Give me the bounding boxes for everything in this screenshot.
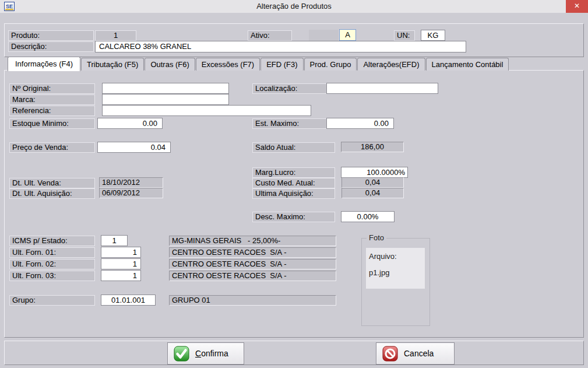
grupo-desc: GRUPO 01 [169,295,336,306]
tab-efd[interactable]: EFD (F3) [260,58,303,71]
marg-lucro-label: Marg.Lucro: [252,167,335,178]
foto-group-label: Foto [367,234,386,242]
un-field[interactable]: KG [421,30,445,41]
saldo-atual-value: 186,00 [341,142,404,152]
marca-label: Marca: [9,94,95,105]
ultima-aquisicao-value: 0,04 [341,188,404,198]
window-title: Alteração de Produtos [0,0,588,13]
ult-forn-03-desc: CENTRO OESTE RACOES S/A - [169,271,336,281]
custo-med-atual-label: Custo Med. Atual: [252,178,335,188]
n-original-field[interactable] [102,83,229,94]
ultima-aquisicao-label: Ultima Aquisição: [252,188,335,199]
referencia-label: Referencia: [9,106,95,116]
dt-ult-aquisicao-value: 06/09/2012 [99,188,163,198]
descricao-field[interactable]: CALCAREO 38% GRANEL [95,41,466,52]
marg-lucro-field[interactable]: 100.0000% [341,167,408,178]
grupo-code-field[interactable]: 01.01.001 [101,295,156,306]
confirma-button-label: Confirma [195,349,228,358]
arquivo-label: Arquivo: [369,252,397,261]
un-label: UN: [394,30,415,41]
tab-excessoes[interactable]: Excessões (F7) [196,58,260,71]
cancel-slash-icon [382,346,398,362]
dt-ult-venda-value: 18/10/2012 [99,177,163,188]
dt-ult-aquisicao-label: Dt. Ult. Aquisição: [9,188,95,199]
localizacao-label: Localização: [252,83,335,94]
ativo-field[interactable]: A [339,29,356,41]
n-original-label: Nº Original: [9,83,95,94]
custo-med-atual-value: 0,04 [341,177,404,188]
marca-field[interactable] [102,94,229,105]
localizacao-field[interactable] [326,83,438,94]
tab-bar: Informações (F4) Tributação (F5) Outras … [8,57,509,71]
icms-estado-desc: MG-MINAS GERAIS - 25,00%- [169,236,336,246]
referencia-field[interactable] [102,105,311,116]
ult-forn-02-code-field[interactable]: 1 [101,258,141,269]
saldo-atual-label: Saldo Atual: [252,142,335,153]
title-bar: SE Alteração de Produtos ✕ [0,0,588,13]
produto-value: 1 [95,30,136,41]
confirma-button[interactable]: Confirma [167,342,244,365]
cancela-button-label: Cancela [404,349,434,358]
ult-forn-01-code-field[interactable]: 1 [101,247,141,258]
confirm-check-icon [174,346,189,362]
tab-informacoes[interactable]: Informações (F4) [8,57,80,71]
arquivo-value: p1.jpg [369,268,389,277]
preco-venda-field[interactable]: 0.04 [97,142,171,153]
ult-forn-01-desc: CENTRO OESTE RACOES S/A - [169,247,336,258]
foto-arquivo-panel: Arquivo: p1.jpg [366,248,425,289]
estoque-minimo-label: Estoque Minimo: [9,118,95,129]
ativo-spacer-box [309,30,338,41]
produto-label: Produto: [8,30,94,41]
desc-maximo-field[interactable]: 0.00% [341,211,395,222]
icms-estado-label: ICMS p/ Estado: [9,236,95,246]
ult-forn-03-label: Ult. Forn. 03: [9,271,95,281]
bottom-bar [4,341,584,365]
tab-tributacao[interactable]: Tributação (F5) [81,58,144,71]
alteracao-produtos-window: SE Alteração de Produtos ✕ Produto: 1 At… [0,0,588,368]
ult-forn-02-desc: CENTRO OESTE RACOES S/A - [169,259,336,269]
cancela-button[interactable]: Cancela [376,342,455,365]
tab-prod-grupo[interactable]: Prod. Grupo [304,58,357,71]
close-button[interactable]: ✕ [566,0,588,13]
dt-ult-venda-label: Dt. Ult. Venda: [9,178,95,188]
ult-forn-03-code-field[interactable]: 1 [101,270,141,281]
est-maximo-label: Est. Maximo: [252,118,335,129]
ativo-label: Ativo: [248,30,292,41]
tab-outras[interactable]: Outras (F6) [145,58,195,71]
preco-venda-label: Preço de Venda: [9,142,95,153]
est-maximo-field[interactable]: 0.00 [326,118,394,129]
ult-forn-01-label: Ult. Forn. 01: [9,247,95,258]
desc-maximo-label: Desc. Maximo: [252,212,335,222]
icms-estado-code-field[interactable]: 1 [101,235,128,246]
descricao-label: Descrição: [8,41,94,52]
ult-forn-02-label: Ult. Forn. 02: [9,259,95,269]
tab-lancamento-contabil[interactable]: Lançamento Contábil [426,58,509,71]
grupo-label: Grupo: [9,295,95,306]
estoque-minimo-field[interactable]: 0.00 [97,118,163,129]
tab-alteracoes-efd[interactable]: Alterações(EFD) [357,58,425,71]
